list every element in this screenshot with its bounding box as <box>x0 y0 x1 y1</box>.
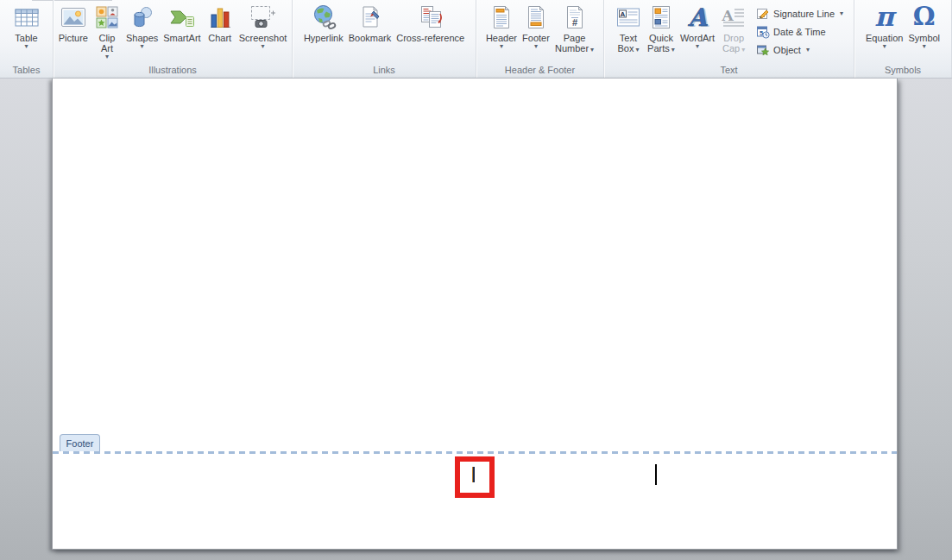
header-footer-group-label: Header & Footer <box>476 65 603 75</box>
signature-line-icon <box>756 7 770 21</box>
equation-button[interactable]: π Equation ▾ <box>863 2 905 51</box>
wordart-button[interactable]: A A WordArt ▾ <box>678 2 717 51</box>
dropdown-arrow-icon: ▾ <box>261 43 264 51</box>
page-number-button[interactable]: # Page Number▾ <box>552 2 596 53</box>
dropdown-arrow-icon: ▾ <box>741 46 745 53</box>
picture-button[interactable]: Picture <box>56 2 91 43</box>
smartart-button[interactable]: SmartArt <box>161 2 203 43</box>
date-time-label: Date & Time <box>773 27 826 37</box>
object-icon <box>756 43 770 57</box>
drop-cap-icon: A <box>720 3 747 31</box>
dropdown-arrow-icon: ▾ <box>590 46 594 53</box>
signature-line-label: Signature Line <box>773 9 835 19</box>
shapes-icon <box>129 3 156 31</box>
dropdown-arrow-icon: ▾ <box>883 43 886 51</box>
page-number-icon: # <box>561 3 589 31</box>
ribbon-group-tables: Table ▾ Tables <box>0 0 54 78</box>
date-time-button[interactable]: 5 Date & Time <box>753 22 846 41</box>
dropdown-arrow-icon: ▾ <box>635 46 639 53</box>
hash-glyph: # <box>571 17 577 28</box>
text-group-label: Text <box>604 65 854 75</box>
page-number-label-1: Page <box>564 33 586 43</box>
clip-art-button[interactable]: Clip Art ▾ <box>91 2 123 61</box>
dropcap-letter-glyph: A <box>721 7 734 24</box>
dropdown-arrow-icon: ▾ <box>671 46 675 53</box>
ribbon-group-header-footer: Header ▾ Footer ▾ <box>476 0 604 78</box>
clip-art-label-1: Clip <box>98 33 115 43</box>
red-highlight-box <box>455 456 495 498</box>
hyperlink-label: Hyperlink <box>304 33 344 43</box>
dropdown-arrow-icon: ▾ <box>696 43 699 51</box>
symbol-button[interactable]: Ω Symbol ▾ <box>905 2 943 51</box>
chart-icon <box>206 3 234 31</box>
quick-parts-button[interactable]: Quick Parts▾ <box>645 2 678 53</box>
ribbon-group-symbols: π Equation ▾ Ω Symbol ▾ Symbols <box>854 0 952 78</box>
bookmark-icon <box>356 3 384 31</box>
bookmark-label: Bookmark <box>349 33 392 43</box>
dropdown-arrow-icon: ▾ <box>24 43 28 51</box>
text-insertion-caret <box>655 464 657 485</box>
word-insert-ribbon-screen: Table ▾ Tables Picture <box>0 0 952 560</box>
dropdown-arrow-icon: ▾ <box>840 9 843 17</box>
clip-art-icon <box>93 3 121 31</box>
smartart-label: SmartArt <box>163 33 200 43</box>
signature-line-button[interactable]: Signature Line ▾ <box>753 4 846 22</box>
text-box-label-1: Text <box>620 33 637 43</box>
ribbon-group-links: Hyperlink Bookmark <box>293 0 476 78</box>
ribbon-group-illustrations: Picture Clip Art <box>54 0 293 78</box>
ribbon-group-text: A Text Box▾ Quick Parts▾ <box>604 0 854 78</box>
symbols-group-label: Symbols <box>854 65 951 75</box>
header-button[interactable]: Header ▾ <box>483 2 520 51</box>
bookmark-button[interactable]: Bookmark <box>346 2 394 43</box>
tables-group-label: Tables <box>0 65 53 75</box>
quick-parts-label-1: Quick <box>649 33 673 43</box>
picture-label: Picture <box>59 33 88 43</box>
footer-section-tab: Footer <box>60 434 100 451</box>
links-group-label: Links <box>293 65 476 75</box>
equation-pi-icon: π <box>871 3 898 31</box>
chart-button[interactable]: Chart <box>204 2 236 43</box>
dropdown-arrow-icon: ▾ <box>500 43 503 51</box>
drop-cap-label-2: Cap <box>722 43 740 53</box>
page-number-field-cursor <box>472 467 475 482</box>
quick-parts-label-2: Parts <box>647 43 670 53</box>
cross-reference-label: Cross-reference <box>396 33 464 43</box>
text-box-icon: A <box>615 3 642 31</box>
picture-icon <box>60 3 87 31</box>
footer-boundary-dashed-line <box>53 451 897 454</box>
cross-reference-button[interactable]: Cross-reference <box>394 2 467 43</box>
symbol-omega-icon: Ω <box>911 3 938 31</box>
date-time-icon: 5 <box>756 25 770 39</box>
footer-button[interactable]: Footer ▾ <box>520 2 552 51</box>
text-box-button[interactable]: A Text Box▾ <box>612 2 645 53</box>
screenshot-button[interactable]: Screenshot ▾ <box>236 2 290 51</box>
wordart-letter-glyph: A <box>687 3 708 31</box>
table-icon <box>13 3 41 31</box>
shapes-button[interactable]: Shapes ▾ <box>123 2 161 51</box>
text-box-label-2: Box <box>617 43 634 53</box>
table-button[interactable]: Table ▾ <box>10 2 43 51</box>
hyperlink-button[interactable]: Hyperlink <box>301 2 346 43</box>
drop-cap-button[interactable]: A Drop Cap▾ <box>717 2 750 53</box>
smartart-icon <box>168 3 196 31</box>
hyperlink-icon <box>310 3 337 31</box>
document-page[interactable]: Footer <box>52 79 898 550</box>
illustrations-group-label: Illustrations <box>54 65 292 75</box>
dropdown-arrow-icon: ▾ <box>806 46 810 53</box>
wordart-icon: A A <box>684 3 711 31</box>
dropdown-arrow-icon: ▾ <box>923 43 926 51</box>
document-background: Footer <box>0 79 952 560</box>
dropdown-arrow-icon: ▾ <box>534 43 538 51</box>
drop-cap-label-1: Drop <box>723 33 744 43</box>
quick-parts-icon <box>647 3 675 31</box>
page-number-label-2: Number <box>555 43 589 53</box>
dropdown-arrow-icon: ▾ <box>141 43 144 51</box>
object-button[interactable]: Object ▾ <box>753 41 846 59</box>
dropdown-arrow-icon: ▾ <box>105 53 109 61</box>
object-label: Object <box>773 45 801 55</box>
footer-tab-label: Footer <box>66 438 94 449</box>
screenshot-icon <box>249 3 276 31</box>
ribbon-insert-tab: Table ▾ Tables Picture <box>0 0 952 79</box>
header-icon <box>488 3 515 31</box>
footer-icon <box>522 3 550 31</box>
